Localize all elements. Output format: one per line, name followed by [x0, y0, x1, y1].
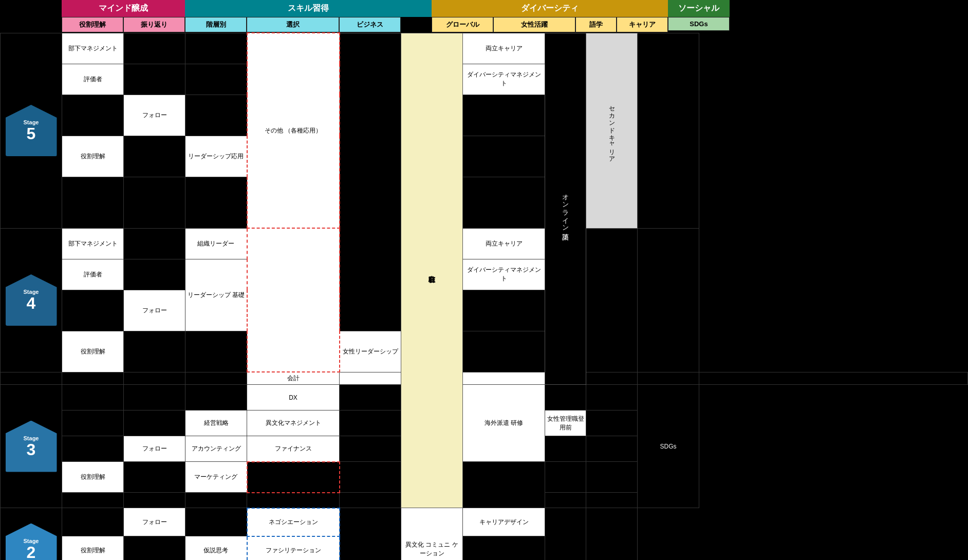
global-chuzai: 駐在前 [401, 33, 463, 508]
mind-group: マインド醸成 役割理解 振り返り [62, 0, 185, 32]
social-sub-sdgs-label: SDGs [690, 20, 708, 28]
s4-career-cell [586, 228, 638, 372]
sdgs-text: SDGs [660, 443, 676, 450]
overseas-text: 海外派遣 研修 [485, 419, 523, 426]
s2-role1-empty [62, 508, 124, 536]
s2-women1-career: キャリアデザイン [463, 508, 545, 536]
skill-sub-tier: 階層別 [185, 17, 247, 32]
div-sub-women-label: 女性活躍 [521, 20, 548, 29]
s4-sdgs-empty2 [699, 372, 968, 385]
skill-sub-biz: ビジネス [339, 17, 401, 32]
s2-select-faci: ファシリテーション [247, 536, 340, 561]
s4-women1-dual: 両立キャリア [463, 228, 545, 259]
s5-follow-text: フォロー [142, 111, 167, 119]
s2-tier-text: 仮説思考 [203, 547, 228, 554]
s3-women4-empty [463, 462, 545, 508]
s3-career3-empty [586, 436, 638, 462]
s4-career-empty [638, 372, 699, 385]
stage5-cell: Stage 5 [1, 33, 62, 228]
s4-role2-text: 評価者 [84, 271, 102, 278]
skill-group: スキル習得 階層別 選択 ビジネス [185, 0, 432, 32]
skill-label: スキル習得 [288, 3, 329, 14]
s4-women-empty2 [463, 372, 545, 385]
s3-role-text: 役割理解 [81, 473, 105, 480]
table-row: Stage 3 DX 海外派遣 研修 SDGs [1, 385, 968, 410]
s2-faci-text: ファシリテーション [266, 547, 321, 554]
s4-role4-cell: 役割理解 [62, 331, 124, 372]
s4-role1-text: 部下マネジメント [68, 240, 118, 247]
s3-spacer-follow [124, 493, 185, 508]
stage3-num: 3 [27, 441, 36, 458]
s3-follow1-empty [124, 385, 185, 410]
s3-select-cross: 異文化マネジメント [247, 410, 340, 436]
table-row: 役割理解 仮説思考 ファシリテーション [1, 536, 968, 561]
s2-tier2-cell: 仮説思考 [185, 536, 247, 561]
s2-biz-empty [340, 508, 401, 561]
s5-tier5-empty [185, 177, 247, 228]
s4-tier2-cell: リーダーシップ 基礎 [185, 259, 247, 331]
div-sub-lang: 語学 [575, 17, 617, 32]
s3-tier1-text: 経営戦略 [204, 419, 229, 426]
s4-lang-empty [586, 372, 638, 385]
s5-role1-cell: 部下マネジメント [62, 33, 124, 64]
s3-role3-empty [62, 436, 124, 462]
s3-women-mgmt-text: 女性管理職登用前 [547, 415, 584, 431]
social-group: ソーシャル SDGs [668, 0, 730, 32]
div-sub-global: グローバル [432, 17, 493, 32]
s5-tier-cell: リーダーシップ応用 [185, 136, 247, 177]
s4s3-spacer-stage [1, 372, 62, 385]
mind-sub-review-label: 振り返り [141, 20, 167, 29]
s3-spacer-tier [185, 493, 247, 508]
s3-fin-text: ファイナンス [275, 445, 312, 452]
s4-follow1-empty [124, 228, 185, 259]
s5-role3-text: 役割理解 [81, 153, 105, 160]
s4-women-leader-text: 女性リーダーシップ [343, 348, 398, 355]
diversity-group: ダイバーシティ グローバル 女性活躍 語学 キャリア [432, 0, 668, 32]
s4s3-follow-empty [124, 372, 185, 385]
div-sub-global-label: グローバル [446, 20, 479, 29]
s5-follow-cell: フォロー [124, 95, 185, 136]
s3-tier1-empty [185, 385, 247, 410]
s4-women2-div: ダイバーシティマネジメント [463, 259, 545, 290]
skill-sub-select-label: 選択 [286, 20, 300, 29]
second-career-text: セカンドキャリア [608, 102, 616, 159]
s5-role2-cell: 評価者 [62, 64, 124, 95]
s4-acct-text: 会計 [287, 375, 300, 382]
s5-follow2-empty [124, 64, 185, 95]
s5-role2-text: 評価者 [84, 76, 102, 83]
main-table: Stage 5 部下マネジメント その他 （各種応用） 駐在前 両立キャリア [0, 32, 968, 560]
s5-tier-text: リーダーシップ応用 [188, 153, 244, 160]
s4-role3-empty [62, 290, 124, 331]
s5-women4-empty [463, 136, 545, 177]
s3-tier3-acct: アカウンティング [185, 436, 247, 462]
s4-dual2-text: 両立キャリア [486, 240, 523, 247]
s5-women5-empty [463, 177, 545, 228]
s4-select-span [247, 228, 340, 372]
s4-tier1-text: 組織リーダー [197, 240, 234, 247]
s5-tier1-empty [185, 33, 247, 64]
s3-biz3-empty [340, 436, 401, 462]
s3-biz1-empty [340, 385, 401, 410]
s3-follow-text: フォロー [142, 445, 167, 452]
s5-select-other: その他 （各種応用） [247, 33, 340, 228]
stage2-num: 2 [27, 544, 36, 561]
s5-follow4-empty [124, 136, 185, 177]
s3-tier2-strat: 経営戦略 [185, 410, 247, 436]
s4-div2-text: ダイバーシティマネジメント [467, 266, 541, 282]
s3-lang1-empty [545, 385, 586, 410]
div-sub-career: キャリア [617, 17, 668, 32]
table-row: Stage 4 部下マネジメント 組織リーダー 両立キャリア [1, 228, 968, 259]
skill-sub-select: 選択 [247, 17, 339, 32]
table-row: 役割理解 マーケティング [1, 462, 968, 493]
s5-tier3-empty [185, 95, 247, 136]
s4-sdgs-empty [638, 228, 699, 372]
header-row: マインド醸成 役割理解 振り返り スキル習得 階層別 選択 [0, 0, 968, 32]
s5-role4-cell: 役割理解 [62, 136, 124, 177]
s3-cross-text: 異文化マネジメント [266, 419, 321, 426]
table-row: 役割理解 女性リーダーシップ [1, 331, 968, 372]
s3-women-mgmt: 女性管理職登用前 [545, 410, 586, 436]
table-row: フォロー [1, 290, 968, 331]
skill-sub-tier-label: 階層別 [206, 20, 226, 29]
s4-role2-cell: 評価者 [62, 259, 124, 290]
s5-women3-empty [463, 95, 545, 136]
